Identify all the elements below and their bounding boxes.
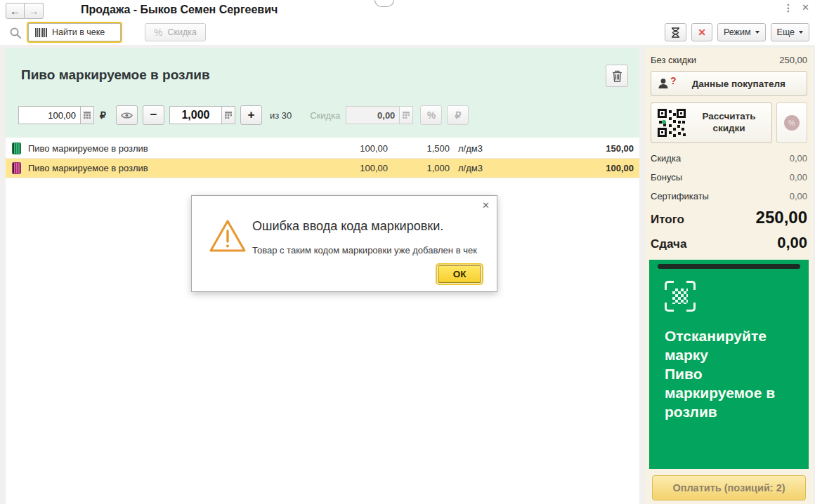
item-quantity: 1,500: [388, 143, 450, 154]
item-unit: л/дм3: [450, 163, 566, 173]
title-bar: ← → Продажа - Быков Семен Сергеевич ⋮ ✕: [0, 0, 815, 21]
plus-icon: +: [247, 108, 254, 122]
item-quantity: 1,000: [388, 163, 450, 173]
discount-percent-button: %: [420, 105, 442, 125]
back-arrow-icon: ←: [10, 5, 20, 17]
qr-code-icon: [657, 108, 686, 138]
scan-frame-icon: [665, 281, 696, 312]
row-discount-input: [346, 106, 399, 124]
summary-row: Скидка 0,00: [651, 149, 807, 168]
percent-icon: %: [154, 27, 162, 38]
marking-code-icon: [12, 162, 21, 174]
view-row-button[interactable]: [116, 105, 138, 125]
ruble-icon: ₽: [455, 110, 461, 121]
total-label: Итого: [651, 213, 684, 227]
dialog-title: Ошибка ввода кода маркировки.: [252, 219, 443, 234]
window-close-icon[interactable]: ✕: [802, 2, 809, 13]
manual-discount-button: %: [776, 102, 807, 143]
more-label: Еще: [777, 27, 795, 37]
close-icon[interactable]: ✕: [482, 200, 490, 211]
scan-instruction-text: Отсканируйте марку Пиво маркируемое в ро…: [665, 327, 798, 421]
mode-dropdown-button[interactable]: Режим: [717, 23, 766, 41]
no-discount-row: Без скидки 250,00: [651, 52, 807, 67]
calculator-icon[interactable]: [221, 106, 235, 124]
error-dialog: ✕ Ошибка ввода кода маркировки. Товар с …: [191, 195, 497, 292]
quantity-decrease-button[interactable]: −: [143, 105, 164, 125]
change-row: Сдача 0,00: [651, 234, 807, 252]
dialog-message: Товар с таким кодом маркировки уже добав…: [252, 245, 477, 256]
calculator-icon[interactable]: [80, 106, 94, 124]
table-row-selected[interactable]: Пиво маркируемое в розлив 100,00 1,000 л…: [6, 159, 639, 178]
item-price: 100,00: [318, 143, 388, 154]
summary-value: 0,00: [790, 191, 807, 201]
calculate-discounts-label: Рассчитать скидки: [692, 111, 766, 135]
question-mark-icon: ?: [670, 75, 677, 86]
chevron-down-icon: [755, 31, 759, 34]
no-discount-value: 250,00: [779, 55, 807, 65]
change-value: 0,00: [777, 234, 807, 252]
scan-instruction-line1: Отсканируйте марку: [665, 327, 798, 365]
marking-code-icon: [12, 142, 21, 154]
percent-circle-icon: %: [784, 115, 800, 131]
scan-instruction-line2: Пиво маркируемое в розлив: [665, 365, 798, 422]
minus-icon: −: [150, 108, 157, 122]
forward-button[interactable]: →: [25, 3, 44, 19]
no-discount-label: Без скидки: [651, 55, 696, 65]
cancel-receipt-button[interactable]: ✕: [691, 23, 712, 41]
summary-value: 0,00: [790, 153, 807, 164]
percent-icon: %: [427, 110, 436, 121]
find-in-receipt-button[interactable]: Найти в чеке: [28, 23, 121, 41]
summary-row: Бонусы 0,00: [651, 168, 807, 187]
search-icon[interactable]: [7, 25, 24, 41]
price-currency-label: ₽: [100, 110, 106, 121]
postpone-receipt-button[interactable]: [665, 23, 686, 41]
summary-label: Бонусы: [651, 172, 682, 183]
eye-icon: [121, 112, 133, 119]
barcode-icon: [35, 28, 47, 37]
row-discount-label: Скидка: [310, 110, 340, 121]
item-total: 150,00: [566, 143, 639, 154]
find-in-receipt-label: Найти в чеке: [52, 27, 105, 37]
item-name: Пиво маркируемое в розлив: [28, 143, 318, 154]
summary-row: Сертификаты 0,00: [651, 187, 807, 206]
mode-label: Режим: [724, 27, 751, 37]
kebab-menu-icon[interactable]: ⋮: [783, 2, 793, 13]
customer-data-label: Данные покупателя: [677, 79, 801, 89]
change-label: Сдача: [651, 237, 686, 251]
quantity-input[interactable]: [169, 106, 221, 124]
calculator-icon: [399, 106, 413, 124]
pay-button[interactable]: Оплатить (позиций: 2): [652, 475, 806, 500]
ok-button[interactable]: ОК: [438, 265, 481, 283]
discount-toolbar-label: Скидка: [167, 27, 196, 37]
total-row: Итого 250,00: [651, 208, 807, 227]
summary-label: Сертификаты: [651, 191, 709, 201]
discount-ruble-button: ₽: [447, 105, 469, 125]
back-button[interactable]: ←: [6, 3, 25, 19]
customer-data-button[interactable]: ? Данные покупателя: [651, 71, 807, 96]
scan-progress-bar: [658, 264, 800, 269]
current-product-header: Пиво маркируемое в розлив ₽ −: [6, 48, 639, 138]
item-unit: л/дм3: [450, 143, 566, 154]
summary-value: 0,00: [790, 172, 807, 183]
forward-arrow-icon: →: [29, 5, 39, 17]
page-title: Продажа - Быков Семен Сергеевич: [81, 4, 278, 16]
total-value: 250,00: [756, 208, 807, 227]
quantity-increase-button[interactable]: +: [240, 105, 262, 125]
item-name: Пиво маркируемое в розлив: [28, 163, 318, 173]
row-edit-controls: ₽ − + из 30 Скидка %: [18, 105, 474, 125]
delete-row-button[interactable]: [606, 65, 628, 87]
summary-rows: Скидка 0,00 Бонусы 0,00 Сертификаты 0,00: [651, 149, 807, 206]
nav-buttons: ← →: [6, 3, 44, 19]
item-price: 100,00: [318, 163, 388, 173]
current-product-title: Пиво маркируемое в розлив: [21, 67, 210, 83]
summary-label: Скидка: [651, 153, 681, 164]
panel-grip[interactable]: [374, 0, 394, 7]
table-row[interactable]: Пиво маркируемое в розлив 100,00 1,500 л…: [6, 139, 639, 159]
more-dropdown-button[interactable]: Еще: [771, 23, 809, 41]
discount-toolbar-button: % Скидка: [145, 23, 206, 41]
quantity-max-label: из 30: [270, 110, 292, 121]
customer-icon: [657, 77, 670, 90]
price-input[interactable]: [18, 106, 80, 124]
chevron-down-icon: [799, 31, 803, 34]
calculate-discounts-button[interactable]: Рассчитать скидки: [651, 102, 772, 143]
